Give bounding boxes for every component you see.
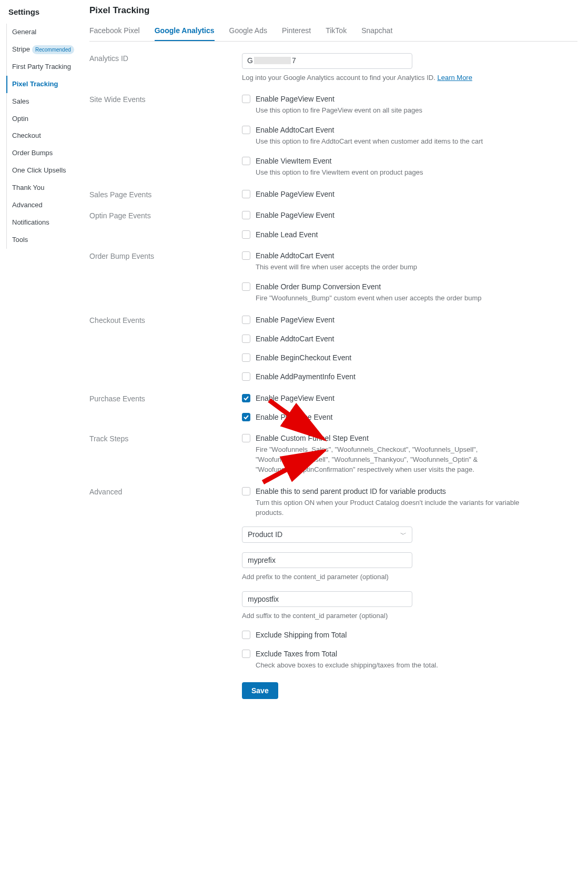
site-wide-desc-1: Use this option to fire AddtoCart event … <box>256 137 526 147</box>
sales-page-label-0: Enable PageView Event <box>256 189 526 199</box>
tab-pinterest[interactable]: Pinterest <box>282 26 311 41</box>
track-steps-label-0: Enable Custom Funnel Step Event <box>256 433 526 443</box>
optin-page-label-0: Enable PageView Event <box>256 210 526 220</box>
sidebar-item-order-bumps[interactable]: Order Bumps <box>7 145 84 162</box>
checkout-label-0: Enable PageView Event <box>256 315 526 325</box>
tracking-tabs: Facebook PixelGoogle AnalyticsGoogle Ads… <box>89 26 577 42</box>
purchase-checkbox-0[interactable] <box>242 394 250 402</box>
sidebar-item-stripe[interactable]: StripeRecommended <box>7 41 84 58</box>
select-value: Product ID <box>248 530 282 539</box>
site-wide-checkbox-0[interactable] <box>242 95 250 103</box>
track-steps-label: Track Steps <box>89 433 242 443</box>
optin-page-label-1: Enable Lead Event <box>256 230 526 239</box>
order-bump-desc-1: Fire "Woofunnels_Bump" custom event when… <box>256 293 526 303</box>
site-wide-checkbox-1[interactable] <box>242 126 250 134</box>
optin-page-label: Optin Page Events <box>89 210 242 220</box>
track-steps-checkbox-0[interactable] <box>242 434 250 442</box>
purchase-label: Purchase Events <box>89 393 242 403</box>
prefix-help: Add prefix to the content_id parameter (… <box>242 572 526 582</box>
page-title: Pixel Tracking <box>89 5 577 16</box>
sidebar-item-notifications[interactable]: Notifications <box>7 214 84 231</box>
tab-snapchat[interactable]: Snapchat <box>361 26 392 41</box>
checkout-checkbox-0[interactable] <box>242 316 250 324</box>
prefix-input[interactable] <box>242 552 412 568</box>
product-id-select[interactable]: Product ID ﹀ <box>242 526 412 543</box>
settings-sidebar: Settings GeneralStripeRecommendedFirst P… <box>0 0 84 732</box>
sidebar-item-tools[interactable]: Tools <box>7 231 84 249</box>
analytics-id-help: Log into your Google Analytics account t… <box>242 73 526 83</box>
save-button[interactable]: Save <box>242 682 278 699</box>
site-wide-label-1: Enable AddtoCart Event <box>256 125 526 135</box>
order-bump-label-0: Enable AddtoCart Event <box>256 251 526 260</box>
adv-excl-label-0: Exclude Shipping from Total <box>256 630 526 640</box>
analytics-id-input[interactable] <box>242 53 412 69</box>
suffix-help: Add suffix to the content_id parameter (… <box>242 611 526 621</box>
advanced-label: Advanced <box>89 487 242 496</box>
order-bump-checkbox-0[interactable] <box>242 251 250 260</box>
purchase-checkbox-1[interactable] <box>242 413 250 421</box>
site-wide-checkbox-2[interactable] <box>242 157 250 165</box>
sidebar-item-thank-you[interactable]: Thank You <box>7 179 84 197</box>
order-bump-label: Order Bump Events <box>89 251 242 260</box>
track-steps-desc-0: Fire "Woofunnels_Sales", "Woofunnels_Che… <box>256 445 526 475</box>
sidebar-item-one-click-upsells[interactable]: One Click Upsells <box>7 162 84 179</box>
tab-google-analytics[interactable]: Google Analytics <box>155 26 215 41</box>
sidebar-item-pixel-tracking[interactable]: Pixel Tracking <box>6 76 84 93</box>
site-wide-desc-2: Use this option to fire ViewItem event o… <box>256 168 526 178</box>
chevron-down-icon: ﹀ <box>400 530 407 539</box>
checkout-label-2: Enable BeginCheckout Event <box>256 353 526 362</box>
optin-page-checkbox-0[interactable] <box>242 211 250 219</box>
sidebar-item-optin[interactable]: Optin <box>7 110 84 128</box>
checkout-label: Checkout Events <box>89 315 242 325</box>
suffix-input[interactable] <box>242 591 412 607</box>
sidebar-item-general[interactable]: General <box>7 24 84 41</box>
order-bump-checkbox-1[interactable] <box>242 282 250 291</box>
analytics-id-label: Analytics ID <box>89 53 242 63</box>
sidebar-item-first-party-tracking[interactable]: First Party Tracking <box>7 58 84 76</box>
adv-excl-label-1: Exclude Taxes from Total <box>256 649 526 659</box>
optin-page-checkbox-1[interactable] <box>242 230 250 239</box>
recommended-badge: Recommended <box>32 45 74 54</box>
sales-page-checkbox-0[interactable] <box>242 190 250 198</box>
site-wide-label: Site Wide Events <box>89 94 242 104</box>
checkout-label-1: Enable AddtoCart Event <box>256 334 526 343</box>
order-bump-desc-0: This event will fire when user accepts t… <box>256 262 526 272</box>
sidebar-item-sales[interactable]: Sales <box>7 93 84 110</box>
checkout-checkbox-2[interactable] <box>242 353 250 362</box>
tab-facebook-pixel[interactable]: Facebook Pixel <box>89 26 140 41</box>
adv-parent-label-0: Enable this to send parent product ID fo… <box>256 487 526 496</box>
learn-more-link[interactable]: Learn More <box>437 74 472 82</box>
adv-excl-checkbox-0[interactable] <box>242 631 250 639</box>
adv-parent-checkbox-0[interactable] <box>242 487 250 495</box>
checkout-checkbox-3[interactable] <box>242 372 250 381</box>
sidebar-item-advanced[interactable]: Advanced <box>7 197 84 214</box>
site-wide-label-0: Enable PageView Event <box>256 94 526 104</box>
checkout-label-3: Enable AddPaymentInfo Event <box>256 372 526 381</box>
adv-excl-checkbox-1[interactable] <box>242 650 250 658</box>
adv-excl-desc-1: Check above boxes to exclude shipping/ta… <box>256 661 526 671</box>
adv-parent-desc-0: Turn this option ON when your Product Ca… <box>256 498 526 518</box>
site-wide-label-2: Enable ViewItem Event <box>256 156 526 166</box>
purchase-label-1: Enable Purchase Event <box>256 412 526 422</box>
sales-page-label: Sales Page Events <box>89 189 242 199</box>
order-bump-label-1: Enable Order Bump Conversion Event <box>256 282 526 291</box>
tab-tiktok[interactable]: TikTok <box>326 26 347 41</box>
sidebar-title: Settings <box>6 7 84 16</box>
sidebar-item-checkout[interactable]: Checkout <box>7 127 84 145</box>
tab-google-ads[interactable]: Google Ads <box>229 26 267 41</box>
site-wide-desc-0: Use this option to fire PageView event o… <box>256 106 526 116</box>
checkout-checkbox-1[interactable] <box>242 335 250 343</box>
purchase-label-0: Enable PageView Event <box>256 393 526 403</box>
